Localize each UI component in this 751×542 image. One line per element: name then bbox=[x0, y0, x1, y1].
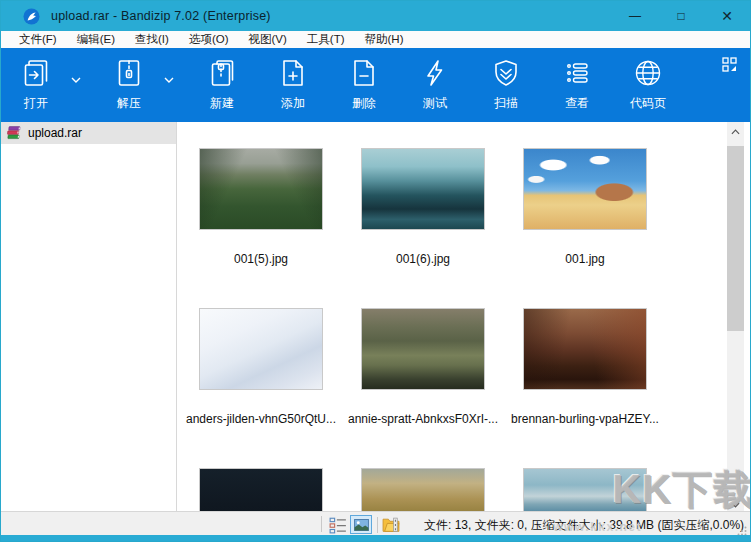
titlebar: upload.rar - Bandizip 7.02 (Enterprise) … bbox=[1, 1, 750, 31]
statusbar-separator bbox=[377, 517, 378, 533]
file-name: 001(6).jpg bbox=[396, 252, 450, 266]
test-bolt-icon bbox=[419, 54, 451, 89]
file-item[interactable]: brennan-burling-vpaHZEY... bbox=[504, 282, 666, 442]
menubar: 文件(F) 编辑(E) 查找(I) 选项(O) 视图(V) 工具(T) 帮助(H… bbox=[1, 31, 750, 48]
file-item[interactable]: 001(6).jpg bbox=[342, 122, 504, 282]
toolbar: 打开 解压 bbox=[1, 48, 750, 122]
new-archive-icon bbox=[206, 54, 238, 89]
window-controls: — □ ✕ bbox=[612, 1, 750, 31]
close-button[interactable]: ✕ bbox=[704, 1, 750, 31]
dark-night-figure-photo-thumbnail bbox=[199, 468, 323, 513]
scroll-up-icon[interactable] bbox=[727, 124, 744, 139]
menu-find[interactable]: 查找(I) bbox=[125, 31, 179, 48]
toolbar-open-label: 打开 bbox=[24, 95, 48, 112]
menu-help[interactable]: 帮助(H) bbox=[355, 31, 414, 48]
menu-view[interactable]: 视图(V) bbox=[239, 31, 297, 48]
file-name: brennan-burling-vpaHZEY... bbox=[511, 412, 659, 426]
file-name: 001(5).jpg bbox=[234, 252, 288, 266]
bandizip-window: upload.rar - Bandizip 7.02 (Enterprise) … bbox=[0, 0, 751, 542]
green-valley-photo-thumbnail bbox=[199, 148, 323, 230]
chevron-down-icon bbox=[71, 71, 81, 86]
bandizip-logo-icon bbox=[23, 8, 40, 25]
window-bottom-border bbox=[1, 535, 750, 541]
toolbar-delete-label: 删除 bbox=[352, 95, 376, 112]
toolbar-extract-label: 解压 bbox=[117, 95, 141, 112]
toolbar-open-dropdown[interactable] bbox=[65, 54, 87, 112]
archive-summary-text: 文件: 13, 文件夹: 0, 压缩文件大小: 39.8 MB (固实压缩,0.… bbox=[424, 517, 744, 534]
toolbar-test-button[interactable]: 测试 bbox=[406, 54, 464, 112]
toolbar-scan-button[interactable]: 扫描 bbox=[477, 54, 535, 112]
toolbar-new-label: 新建 bbox=[210, 95, 234, 112]
ocean-waves-photo-thumbnail bbox=[361, 148, 485, 230]
menu-file[interactable]: 文件(F) bbox=[9, 31, 67, 48]
sidebar-item-upload-rar[interactable]: upload.rar bbox=[1, 122, 176, 144]
toolbar-open-button[interactable]: 打开 bbox=[7, 54, 65, 112]
add-file-icon bbox=[277, 54, 309, 89]
file-item[interactable]: anders-jilden-vhnG50rQtU... bbox=[180, 282, 342, 442]
maximize-button[interactable]: □ bbox=[658, 1, 704, 31]
extract-icon bbox=[113, 54, 145, 89]
scrollbar-thumb[interactable] bbox=[727, 146, 744, 331]
toolbar-extract-button[interactable]: 解压 bbox=[100, 54, 158, 112]
toolbar-view-button[interactable]: 查看 bbox=[548, 54, 606, 112]
details-view-icon[interactable] bbox=[329, 516, 347, 534]
file-item[interactable]: annie-spratt-AbnkxsF0XrI-... bbox=[342, 282, 504, 442]
menu-tools[interactable]: 工具(T) bbox=[297, 31, 355, 48]
toolbar-test-label: 测试 bbox=[423, 95, 447, 112]
ice-snow-photo-thumbnail bbox=[199, 308, 323, 390]
toolbar-scan-label: 扫描 bbox=[494, 95, 518, 112]
delete-file-icon bbox=[348, 54, 380, 89]
open-folder-zip-icon[interactable] bbox=[382, 516, 400, 534]
toolbar-codepage-button[interactable]: 代码页 bbox=[619, 54, 677, 112]
mountain-lake-photo-thumbnail bbox=[523, 468, 647, 513]
autumn-trees-photo-thumbnail bbox=[361, 468, 485, 513]
chevron-down-icon bbox=[164, 71, 174, 86]
file-item[interactable]: 001.jpg bbox=[504, 122, 666, 282]
toolbar-add-button[interactable]: 添加 bbox=[264, 54, 322, 112]
toolbar-add-label: 添加 bbox=[281, 95, 305, 112]
file-name: 001.jpg bbox=[565, 252, 604, 266]
resize-grip[interactable] bbox=[737, 522, 747, 532]
window-title: upload.rar - Bandizip 7.02 (Enterprise) bbox=[51, 9, 271, 23]
menu-edit[interactable]: 编辑(E) bbox=[67, 31, 125, 48]
vertical-scrollbar[interactable] bbox=[727, 122, 744, 513]
red-canyon-photo-thumbnail bbox=[523, 308, 647, 390]
statusbar: 文件: 13, 文件夹: 0, 压缩文件大小: 39.8 MB (固实压缩,0.… bbox=[1, 511, 750, 535]
scroll-down-icon[interactable] bbox=[727, 497, 744, 512]
toolbar-extract-dropdown[interactable] bbox=[158, 54, 180, 112]
view-list-icon bbox=[561, 54, 593, 89]
archive-tree-sidebar: upload.rar bbox=[1, 122, 177, 513]
view-mode-toggle bbox=[329, 515, 403, 534]
file-item[interactable] bbox=[342, 442, 504, 513]
customize-toolbar-icon[interactable] bbox=[722, 57, 737, 72]
deer-forest-photo-thumbnail bbox=[361, 308, 485, 390]
desert-sky-photo-thumbnail bbox=[523, 148, 647, 230]
sidebar-item-label: upload.rar bbox=[28, 126, 82, 140]
file-name: anders-jilden-vhnG50rQtU... bbox=[186, 412, 336, 426]
thumbnail-view-icon[interactable] bbox=[350, 515, 372, 534]
codepage-globe-icon bbox=[632, 54, 664, 89]
file-item[interactable] bbox=[504, 442, 666, 513]
statusbar-separator bbox=[321, 516, 322, 532]
scan-shield-icon bbox=[490, 54, 522, 89]
main-area: upload.rar 001(5).jpg 001(6).jpg 001.jpg… bbox=[1, 122, 750, 513]
open-archive-icon bbox=[20, 54, 52, 89]
menu-options[interactable]: 选项(O) bbox=[179, 31, 239, 48]
file-item[interactable]: 001(5).jpg bbox=[180, 122, 342, 282]
file-list: 001(5).jpg 001(6).jpg 001.jpg anders-jil… bbox=[178, 122, 728, 513]
minimize-button[interactable]: — bbox=[612, 1, 658, 31]
toolbar-codepage-label: 代码页 bbox=[630, 95, 666, 112]
file-item[interactable] bbox=[180, 442, 342, 513]
toolbar-new-button[interactable]: 新建 bbox=[193, 54, 251, 112]
toolbar-delete-button[interactable]: 删除 bbox=[335, 54, 393, 112]
toolbar-view-label: 查看 bbox=[565, 95, 589, 112]
rar-archive-icon bbox=[6, 125, 22, 141]
file-name: annie-spratt-AbnkxsF0XrI-... bbox=[348, 412, 498, 426]
